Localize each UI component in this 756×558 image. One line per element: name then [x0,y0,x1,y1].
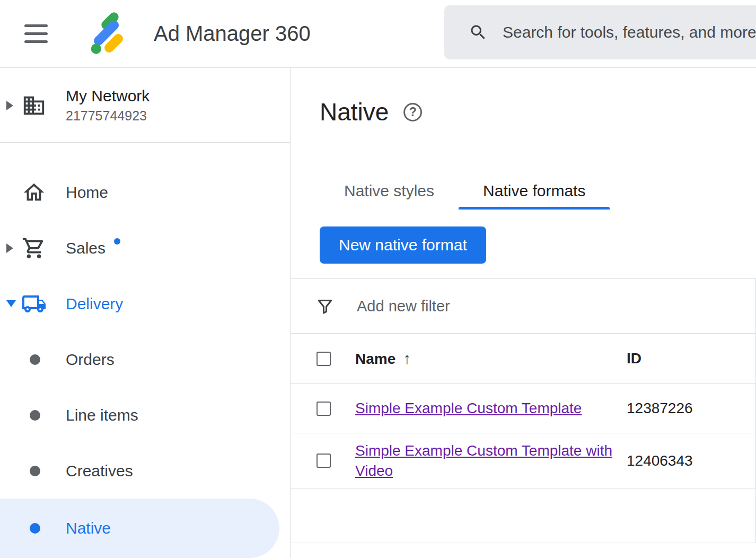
collapse-caret-icon[interactable] [6,300,16,307]
bullet-icon [30,410,40,421]
sidebar-item-native[interactable]: Native [0,499,279,558]
menu-bar [24,24,48,27]
truck-icon [21,291,47,317]
sidebar-item-label: Creatives [66,462,133,480]
menu-bar [24,40,48,43]
sidebar-item-label: Delivery [66,295,123,313]
cart-icon [21,236,47,260]
new-native-format-button[interactable]: New native format [320,226,486,264]
name-column-header[interactable]: Name↑ [355,350,627,368]
row-checkbox[interactable] [317,402,331,416]
building-icon [21,93,47,118]
name-cell: Simple Example Custom Template [355,398,627,419]
network-name: My Network [66,87,150,105]
menu-icon[interactable] [21,21,51,46]
tab-native-formats[interactable]: Native formats [459,172,610,210]
sort-up-icon[interactable]: ↑ [403,350,411,367]
sidebar-item-orders[interactable]: Orders [0,332,290,387]
sidebar-item-sales[interactable]: Sales [0,220,290,276]
table-row: Simple Example Custom Template 12387226 [291,384,755,433]
bullet-icon [30,466,40,476]
main-content: Native ? Native styles Native formats Ne… [291,68,756,558]
sidebar-item-label: Sales [66,239,106,257]
page-title: Native [320,98,389,126]
bullet-icon [30,354,40,365]
table-header-row: Name↑ ID [291,334,755,384]
notification-dot [114,238,120,245]
native-format-link[interactable]: Simple Example Custom Template [355,400,582,416]
row-checkbox[interactable] [317,454,331,468]
table-footer-spacer [291,489,755,543]
sidebar-item-label: Native [66,519,111,537]
menu-bar [24,32,48,35]
app-title: Ad Manager 360 [154,22,311,46]
help-icon[interactable]: ? [403,103,422,121]
expand-caret-icon[interactable] [6,243,13,253]
ad-manager-logo-icon [84,12,133,56]
sidebar-item-delivery[interactable]: Delivery [0,276,290,332]
id-column-header: ID [627,350,641,367]
home-icon [21,180,47,205]
tab-bar: Native styles Native formats [320,172,756,210]
network-text: My Network 21775744923 [66,87,150,124]
network-selector[interactable]: My Network 21775744923 [0,68,290,143]
search-input[interactable]: Search for tools, features, and more [444,5,756,59]
sidebar-item-line-items[interactable]: Line items [0,387,290,443]
sidebar-item-home[interactable]: Home [0,164,290,220]
page-header: Native ? [320,98,756,126]
bullet-icon [30,523,40,534]
sidebar: My Network 21775744923 Home Sales [0,68,291,558]
sidebar-item-label: Line items [66,406,138,424]
name-cell: Simple Example Custom Template with Vide… [355,441,627,481]
tab-native-styles[interactable]: Native styles [320,172,459,210]
sidebar-item-creatives[interactable]: Creatives [0,443,290,499]
native-format-link[interactable]: Simple Example Custom Template with Vide… [355,442,612,479]
sidebar-nav: Home Sales Delivery Orders [0,143,290,558]
filter-funnel-icon [315,297,335,316]
filter-placeholder: Add new filter [357,298,450,315]
topbar: Ad Manager 360 Search for tools, feature… [0,0,756,68]
expand-caret-icon[interactable] [6,101,13,110]
sidebar-item-label: Orders [66,351,115,369]
network-id: 21775744923 [66,108,150,124]
search-icon [469,23,488,42]
id-cell: 12387226 [627,400,693,417]
filter-bar[interactable]: Add new filter [291,278,755,334]
search-placeholder: Search for tools, features, and more [503,23,756,41]
sidebar-item-label: Home [66,184,108,202]
id-cell: 12406343 [627,452,693,469]
select-all-checkbox[interactable] [317,352,331,366]
native-formats-table: Add new filter Name↑ ID Simple Example C… [291,278,756,543]
table-row: Simple Example Custom Template with Vide… [291,433,755,489]
